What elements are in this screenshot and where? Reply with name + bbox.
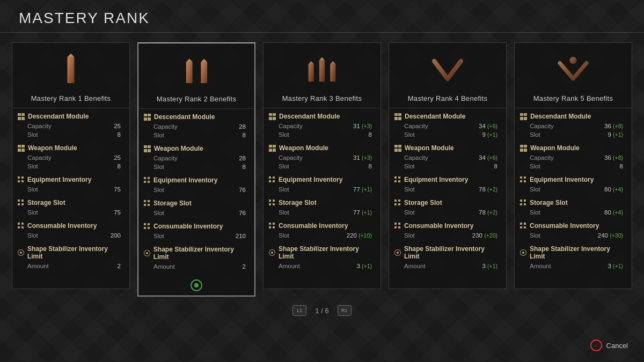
stat-value: 8	[243, 132, 246, 138]
stat-row: Slot80 (+4)	[520, 208, 626, 217]
section-header-5: Shape Stabilizer Inventory Limit	[18, 245, 124, 260]
stat-value: 3 (+1)	[608, 263, 623, 269]
stabilizer-icon	[394, 249, 401, 256]
stat-row: Slot75	[18, 185, 124, 194]
rank-card-2[interactable]: Mastery Rank 2 Benefits Descendant Modul…	[137, 42, 255, 297]
stat-bonus: (+1)	[487, 263, 497, 269]
stat-value: 28	[239, 123, 246, 130]
section-header-2: Equipment Inventory	[269, 176, 375, 183]
inventory-icon	[520, 176, 526, 183]
section-header-1: Weapon Module	[520, 144, 626, 152]
scroll-indicator	[138, 275, 254, 295]
stat-label: Slot	[153, 210, 164, 216]
rank-icon-area-1	[12, 43, 129, 91]
section-name: Storage Slot	[404, 199, 442, 206]
section-name: Descendant Module	[279, 113, 340, 120]
stat-bonus: (+4)	[613, 209, 623, 216]
stat-label: Slot	[27, 186, 38, 193]
stat-value: 230 (+20)	[472, 232, 497, 239]
stat-value: 77 (+1)	[353, 186, 372, 193]
module-icon	[520, 145, 527, 152]
stabilizer-icon	[269, 249, 275, 256]
main-content: Mastery Rank 1 Benefits Descendant Modul…	[0, 37, 644, 316]
stat-value: 3 (+1)	[356, 263, 372, 269]
stat-value: 28	[239, 155, 246, 161]
stat-label: Slot	[27, 209, 38, 216]
section-name: Weapon Module	[28, 144, 77, 152]
inventory-icon	[269, 223, 275, 229]
svg-rect-8	[319, 60, 325, 82]
svg-marker-11	[330, 61, 335, 64]
stat-row: Capacity36 (+8)	[520, 122, 626, 130]
section-header-5: Shape Stabilizer Inventory Limit	[394, 245, 501, 260]
stat-value: 9 (+1)	[482, 131, 497, 138]
stat-label: Slot	[530, 163, 540, 169]
svg-marker-5	[201, 58, 207, 62]
stat-label: Slot	[279, 163, 289, 169]
cancel-area: ○ Cancel	[590, 339, 628, 351]
stat-value: 78 (+2)	[479, 186, 497, 193]
stat-value: 8	[369, 163, 372, 169]
stat-label: Slot	[153, 233, 164, 239]
section-header-4: Consumable Inventory	[394, 222, 501, 230]
stat-value: 240 (+30)	[598, 232, 623, 239]
l1-button[interactable]: L1	[292, 305, 306, 316]
inventory-icon	[18, 176, 24, 183]
card-body-1: Descendant ModuleCapacity25Slot8 Weapon …	[12, 108, 129, 289]
stat-row: Slot8	[394, 162, 501, 171]
card-body-2: Descendant ModuleCapacity28Slot8 Weapon …	[138, 109, 254, 275]
stat-bonus: (+6)	[487, 123, 497, 129]
card-title-1: Mastery Rank 1 Benefits	[12, 91, 129, 108]
stat-label: Slot	[153, 164, 164, 170]
section-name: Equipment Inventory	[153, 176, 217, 184]
section-name: Storage Slot	[27, 199, 65, 206]
module-icon	[269, 145, 276, 152]
card-title-5: Mastery Rank 5 Benefits	[515, 91, 632, 108]
stat-bonus: (+6)	[487, 154, 497, 161]
stat-value: 8	[243, 164, 246, 170]
svg-rect-4	[201, 62, 207, 83]
svg-marker-3	[186, 58, 192, 62]
stabilizer-icon	[18, 249, 24, 256]
stat-bonus: (+8)	[613, 154, 623, 161]
card-title-2: Mastery Rank 2 Benefits	[138, 92, 254, 109]
stat-row: Slot210	[144, 232, 249, 240]
inventory-icon	[144, 177, 150, 183]
stat-row: Slot220 (+10)	[269, 231, 375, 240]
card-title-3: Mastery Rank 3 Benefits	[264, 91, 380, 108]
cancel-button[interactable]: ○	[590, 339, 602, 351]
stat-label: Slot	[279, 232, 289, 239]
stat-label: Slot	[404, 163, 415, 169]
module-icon	[269, 113, 276, 120]
section-header-3: Storage Slot	[269, 199, 375, 206]
stat-value: 36 (+8)	[604, 123, 623, 129]
section-name: Shape Stabilizer Inventory Limit	[404, 245, 501, 260]
stat-value: 9 (+1)	[608, 131, 623, 138]
rank-card-1[interactable]: Mastery Rank 1 Benefits Descendant Modul…	[12, 42, 130, 289]
card-body-4: Descendant ModuleCapacity34 (+6)Slot9 (+…	[389, 108, 506, 289]
stat-row: Slot230 (+20)	[394, 231, 501, 240]
section-name: Shape Stabilizer Inventory Limit	[153, 246, 249, 261]
stat-value: 210	[236, 233, 246, 239]
stabilizer-icon	[144, 250, 150, 256]
section-name: Shape Stabilizer Inventory Limit	[279, 245, 375, 260]
stat-label: Slot	[404, 186, 415, 193]
section-header-0: Descendant Module	[269, 113, 375, 120]
rank-card-3[interactable]: Mastery Rank 3 Benefits Descendant Modul…	[263, 42, 381, 289]
section-header-4: Consumable Inventory	[269, 222, 375, 230]
rank-card-5[interactable]: Mastery Rank 5 Benefits Descendant Modul…	[514, 42, 632, 289]
rank-icon-area-5	[515, 43, 632, 91]
module-icon	[18, 145, 25, 152]
svg-rect-10	[330, 64, 335, 82]
stat-row: Slot8	[144, 162, 249, 171]
stabilizer-icon	[520, 249, 526, 256]
stat-label: Amount	[404, 263, 426, 269]
section-name: Consumable Inventory	[279, 222, 348, 230]
stat-label: Capacity	[153, 155, 178, 161]
rank-card-4[interactable]: Mastery Rank 4 Benefits Descendant Modul…	[389, 42, 507, 289]
section-header-5: Shape Stabilizer Inventory Limit	[269, 245, 375, 260]
stat-bonus: (+30)	[610, 232, 623, 239]
r1-button[interactable]: R1	[338, 305, 352, 316]
svg-marker-1	[68, 53, 75, 57]
stat-value: 80 (+4)	[604, 186, 623, 193]
